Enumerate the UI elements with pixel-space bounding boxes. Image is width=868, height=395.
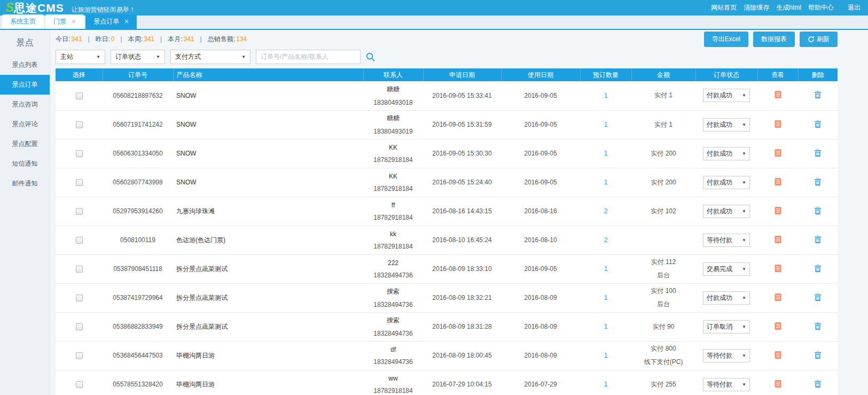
order-status-dropdown[interactable]: 等待付款▼: [703, 234, 750, 247]
export-excel-button[interactable]: 导出Excel: [704, 32, 748, 47]
status-cell: 等待付款▼: [695, 370, 757, 395]
product-name-cell: SNOW: [173, 139, 363, 168]
column-header: 预订数量: [580, 68, 631, 81]
view-order-button[interactable]: [775, 120, 781, 128]
table-row: 05387908451118 拆分景点蔬菜测试 222 18328494736 …: [56, 254, 838, 283]
sidebar-item[interactable]: 景点订单: [0, 75, 50, 95]
data-report-button[interactable]: 数据报表: [753, 32, 795, 47]
view-order-button[interactable]: [775, 90, 781, 99]
column-header: 申请日期: [423, 68, 501, 81]
status-cell: 付款成功▼: [695, 139, 757, 168]
row-checkbox[interactable]: [76, 381, 83, 388]
delete-order-button[interactable]: [814, 293, 822, 301]
order-status-select[interactable]: 订单状态▼: [111, 50, 165, 64]
order-status-dropdown[interactable]: 付款成功▼: [703, 89, 750, 102]
document-list-icon: [775, 90, 781, 99]
contact-cell: ww 18782918184: [363, 370, 423, 395]
order-status-dropdown[interactable]: 等待付款▼: [703, 349, 750, 362]
view-order-button[interactable]: [775, 351, 781, 359]
row-checkbox[interactable]: [76, 266, 83, 273]
pay-method-select[interactable]: 支付方式▼: [170, 50, 251, 64]
search-button[interactable]: [365, 52, 376, 62]
tab[interactable]: 景点订单 ✕: [85, 14, 137, 29]
row-checkbox[interactable]: [76, 179, 83, 186]
row-checkbox[interactable]: [76, 295, 83, 301]
delete-order-button[interactable]: [814, 206, 822, 215]
quantity-cell: 1: [580, 254, 631, 283]
close-icon[interactable]: ✕: [124, 19, 129, 25]
sidebar-item[interactable]: 景点配置: [0, 134, 50, 154]
stat-item: 昨日:0: [96, 35, 128, 44]
apply-date-cell: 2016-08-16 14:43:15: [423, 197, 501, 226]
delete-order-button[interactable]: [814, 322, 822, 330]
delete-order-button[interactable]: [814, 120, 822, 128]
view-order-button[interactable]: [775, 293, 781, 301]
sidebar-item[interactable]: 景点列表: [0, 55, 50, 75]
column-header: 联系人: [363, 68, 423, 81]
amount-cell: 实付 100 后台: [631, 283, 695, 312]
order-number-cell: 05387908451118: [103, 254, 173, 283]
document-list-icon: [775, 120, 781, 128]
row-checkbox[interactable]: [76, 150, 83, 157]
row-checkbox[interactable]: [76, 121, 83, 128]
delete-order-button[interactable]: [814, 177, 822, 186]
view-order-button[interactable]: [775, 379, 781, 388]
sidebar-item[interactable]: 景点咨询: [0, 95, 50, 114]
chevron-down-icon: ▼: [742, 93, 746, 98]
app-logo: S思途CMS 让旅游营销轻而易举！: [5, 1, 136, 16]
order-status-dropdown[interactable]: 付款成功▼: [703, 205, 750, 218]
refresh-button[interactable]: 刷新: [800, 32, 838, 47]
order-status-dropdown[interactable]: 等待付款▼: [703, 378, 750, 391]
logo-tagline: 让旅游营销轻而易举！: [72, 5, 136, 14]
tab[interactable]: 系统主页: [2, 14, 44, 29]
order-status-dropdown[interactable]: 付款成功▼: [703, 118, 750, 131]
view-order-button[interactable]: [775, 235, 781, 244]
use-date-cell: 2016-09-05: [501, 110, 580, 139]
stat-item: 本月:341: [168, 35, 208, 44]
top-nav-link[interactable]: 退出: [848, 3, 861, 12]
view-order-button[interactable]: [775, 264, 781, 273]
order-status-dropdown[interactable]: 订单取消▼: [703, 320, 750, 334]
delete-order-button[interactable]: [814, 149, 822, 157]
top-nav-link[interactable]: 生成html: [776, 3, 801, 12]
sidebar-item[interactable]: 邮件通知: [0, 174, 50, 193]
row-checkbox[interactable]: [76, 208, 83, 215]
view-order-button[interactable]: [775, 177, 781, 186]
status-cell: 等待付款▼: [695, 226, 757, 254]
delete-order-button[interactable]: [814, 264, 822, 273]
row-checkbox[interactable]: [76, 92, 83, 99]
view-order-button[interactable]: [775, 149, 781, 157]
delete-order-button[interactable]: [814, 351, 822, 359]
status-cell: 等待付款▼: [695, 341, 757, 370]
trash-icon: [814, 235, 822, 244]
site-select[interactable]: 主站▼: [56, 50, 105, 64]
status-cell: 付款成功▼: [695, 168, 757, 197]
sidebar-item[interactable]: 短信通知: [0, 154, 50, 174]
order-status-dropdown[interactable]: 付款成功▼: [703, 147, 750, 160]
quantity-cell: 2: [580, 197, 631, 226]
sidebar-item[interactable]: 景点评论: [0, 114, 50, 134]
apply-date-cell: 2016-09-05 15:24:40: [423, 168, 501, 197]
top-nav-link[interactable]: 清除缓存: [744, 3, 769, 12]
delete-order-button[interactable]: [814, 379, 822, 388]
contact-cell: 222 18328494736: [363, 254, 423, 283]
row-checkbox[interactable]: [76, 237, 83, 244]
top-nav-link[interactable]: 网站首页: [711, 3, 737, 12]
order-status-dropdown[interactable]: 付款成功▼: [703, 176, 750, 189]
document-list-icon: [775, 149, 781, 157]
stat-item: 本周:341: [128, 35, 168, 44]
order-status-dropdown[interactable]: 付款成功▼: [703, 291, 750, 305]
delete-order-button[interactable]: [814, 90, 822, 99]
close-icon[interactable]: ✕: [71, 19, 76, 25]
top-nav-link[interactable]: 帮助中心: [808, 3, 834, 12]
order-status-dropdown[interactable]: 交易完成▼: [703, 262, 750, 276]
trash-icon: [814, 351, 822, 359]
view-order-button[interactable]: [775, 206, 781, 215]
delete-order-button[interactable]: [814, 235, 822, 244]
tab[interactable]: 门票 ✕: [45, 14, 84, 29]
view-order-button[interactable]: [775, 322, 781, 330]
amount-cell: 实付 90: [631, 312, 695, 341]
row-checkbox[interactable]: [76, 352, 83, 359]
row-checkbox[interactable]: [76, 323, 83, 330]
search-input[interactable]: [256, 50, 361, 64]
